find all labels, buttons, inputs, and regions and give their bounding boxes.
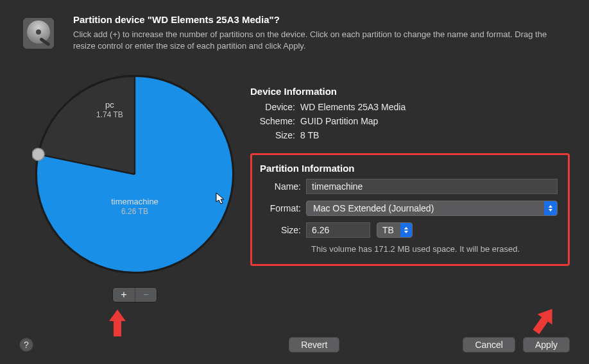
help-button[interactable]: ? xyxy=(19,338,33,352)
revert-button[interactable]: Revert xyxy=(289,337,339,352)
format-select[interactable]: Mac OS Extended (Journaled) xyxy=(306,201,558,216)
scheme-label: Scheme: xyxy=(250,116,300,126)
remove-partition-button[interactable]: − xyxy=(135,288,157,302)
device-label: Device: xyxy=(250,102,300,112)
dialog-subtitle: Click add (+) to increase the number of … xyxy=(73,29,561,51)
svg-point-2 xyxy=(36,29,41,35)
partition-size-input[interactable] xyxy=(306,222,370,238)
device-size-value: 8 TB xyxy=(300,130,319,140)
annotation-arrow-icon xyxy=(531,306,557,335)
size-unit-select[interactable]: TB xyxy=(377,222,413,238)
device-info-heading: Device Information xyxy=(250,86,570,97)
scheme-value: GUID Partition Map xyxy=(300,116,378,126)
partition-pie-chart[interactable]: pc 1.74 TB timemachine 6.26 TB xyxy=(32,72,237,277)
device-value: WD Elements 25A3 Media xyxy=(300,102,405,112)
cancel-button[interactable]: Cancel xyxy=(463,337,515,352)
size-unit-value: TB xyxy=(382,225,394,235)
dialog-title: Partition device "WD Elements 25A3 Media… xyxy=(73,14,561,25)
partition-add-remove: + − xyxy=(112,287,157,302)
add-partition-button[interactable]: + xyxy=(113,288,135,302)
size-label: Size: xyxy=(260,225,306,235)
name-label: Name: xyxy=(260,181,306,192)
svg-point-8 xyxy=(32,148,44,160)
chevron-updown-icon xyxy=(544,201,557,215)
format-select-value: Mac OS Extended (Journaled) xyxy=(313,203,434,213)
partition-info-panel: Partition Information Name: Format: Mac … xyxy=(250,153,570,266)
partition-info-heading: Partition Information xyxy=(260,163,558,174)
disk-icon xyxy=(19,14,58,53)
partition-note: This volume has 171.2 MB used space. It … xyxy=(311,244,558,254)
annotation-arrow-icon xyxy=(108,310,127,336)
apply-button[interactable]: Apply xyxy=(523,337,570,352)
partition-name-input[interactable] xyxy=(306,179,558,194)
format-label: Format: xyxy=(260,203,306,213)
device-size-label: Size: xyxy=(250,130,300,140)
chevron-updown-icon xyxy=(400,223,412,237)
